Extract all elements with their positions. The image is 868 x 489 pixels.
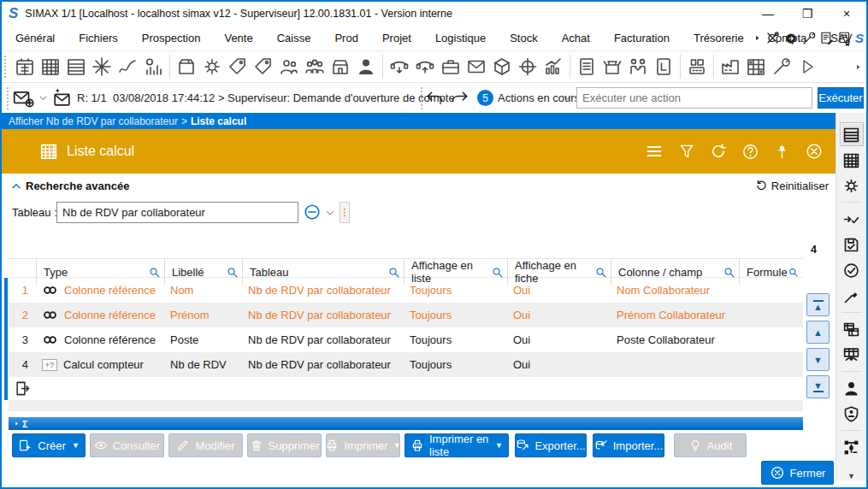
license-icon[interactable] [837, 31, 853, 46]
table-row[interactable]: 3 Colonne référence Poste Nb de RDV par … [9, 327, 803, 352]
collapse-icon[interactable] [10, 180, 22, 192]
product-box-icon[interactable] [174, 54, 199, 80]
menu-general[interactable]: Général [3, 26, 67, 50]
import-button[interactable]: Importer... [593, 433, 664, 457]
menu-prospection[interactable]: Prospection [130, 26, 213, 50]
menu-tresorerie[interactable]: Trésorerie [682, 26, 756, 50]
create-button[interactable]: Créer▼ [12, 433, 86, 457]
statistics-icon[interactable] [540, 54, 566, 80]
maximize-button[interactable]: ❒ [788, 3, 827, 25]
breadcrumb-trail[interactable]: Afficher Nb de RDV par collaborateur [9, 115, 178, 127]
menu-fichiers[interactable]: Fichiers [67, 26, 130, 50]
tools-icon[interactable] [769, 54, 794, 80]
table-view-icon[interactable] [840, 148, 864, 172]
save-record-icon[interactable] [840, 233, 864, 256]
table-row[interactable]: 1 Colonne référence Nom Nb de RDV par co… [9, 278, 803, 303]
form-edit-icon[interactable] [819, 31, 835, 46]
drag-handle-icon[interactable]: ⋮ [340, 202, 350, 223]
toolbar-overflow-icon[interactable] [853, 62, 863, 72]
print-list-dropdown-icon[interactable]: ▼ [495, 441, 503, 450]
menu-qualite[interactable]: Qualité [864, 26, 868, 50]
calendar-icon[interactable] [12, 54, 38, 80]
menu-achat[interactable]: Achat [550, 26, 602, 50]
stats-icon[interactable] [140, 54, 166, 80]
consult-button[interactable]: Consulter [90, 433, 164, 457]
call-out-icon[interactable] [387, 54, 412, 80]
matrix-icon[interactable] [743, 54, 769, 80]
customize-icon[interactable] [840, 284, 864, 308]
menu-facturation[interactable]: Facturation [602, 26, 682, 50]
execute-action-input[interactable] [576, 87, 812, 109]
previous-record-button[interactable]: ▲ [806, 321, 830, 344]
search-icon[interactable] [491, 266, 504, 279]
filter-icon[interactable] [678, 143, 695, 160]
new-message-icon[interactable] [12, 83, 34, 113]
message-dropdown-icon[interactable] [38, 83, 48, 113]
crossed-tools-icon[interactable] [765, 30, 781, 46]
planning-icon[interactable] [38, 54, 63, 80]
call-in-icon[interactable] [412, 54, 438, 80]
search-icon[interactable] [226, 266, 239, 279]
briefcase-icon[interactable] [438, 54, 464, 80]
last-record-button[interactable]: ▼ [806, 375, 830, 398]
sum-bar[interactable]: Σ [9, 417, 803, 430]
tableau-input[interactable] [56, 202, 298, 223]
table-row[interactable]: 2 Colonne référence Prénom Nb de RDV par… [9, 303, 803, 327]
pin-icon[interactable] [774, 144, 790, 160]
cash-register-icon[interactable] [684, 54, 710, 80]
refresh-icon[interactable] [710, 143, 727, 160]
advanced-search-label[interactable]: Recherche avancée [26, 180, 129, 192]
sidebar-settings-icon[interactable] [840, 174, 864, 197]
help-icon[interactable] [741, 143, 759, 161]
redo-icon[interactable] [450, 83, 469, 113]
open-box-icon[interactable] [599, 54, 625, 80]
sidebar-user-icon[interactable] [840, 376, 864, 400]
table-visibility-icon[interactable] [840, 343, 864, 367]
menu-caisse[interactable]: Caisse [265, 26, 323, 50]
print-list-button[interactable]: Imprimer en liste▼ [404, 433, 509, 457]
tableau-dropdown-icon[interactable] [325, 208, 335, 218]
table-row[interactable]: 4 +?Calcul compteur Nb de RDV Nb de RDV … [9, 352, 803, 377]
power-icon[interactable] [783, 31, 799, 46]
undo-icon[interactable] [425, 83, 445, 113]
close-button[interactable]: × [827, 3, 866, 25]
package-icon[interactable] [489, 54, 515, 80]
menu-logistique[interactable]: Logistique [423, 26, 498, 50]
pending-actions-dropdown-icon[interactable] [563, 83, 572, 113]
menu-prod[interactable]: Prod [322, 26, 369, 50]
impact-icon[interactable] [89, 54, 115, 80]
execute-button[interactable]: Exécuter [818, 87, 864, 109]
reset-button[interactable]: Reinitialiser [755, 180, 829, 192]
target-icon[interactable] [515, 54, 540, 80]
panel-menu-icon[interactable] [645, 142, 664, 161]
trend-chart-icon[interactable] [115, 54, 140, 80]
run-icon[interactable] [794, 54, 820, 80]
settings-icon[interactable] [199, 54, 225, 80]
search-icon[interactable] [594, 266, 607, 279]
approve-icon[interactable] [840, 258, 864, 282]
form-view-icon[interactable] [840, 122, 864, 146]
audit-button[interactable]: Audit [674, 433, 747, 457]
close-list-button[interactable]: Fermer [761, 461, 834, 485]
search-icon[interactable] [387, 266, 400, 279]
minimize-button[interactable]: — [748, 3, 788, 25]
delete-button[interactable]: Supprimer [247, 433, 322, 457]
menu-projet[interactable]: Projet [370, 26, 423, 50]
search-icon[interactable] [148, 266, 161, 279]
store-icon[interactable] [328, 54, 353, 80]
partners-icon[interactable] [625, 54, 651, 80]
group-icon[interactable] [302, 54, 328, 80]
search-icon[interactable] [788, 266, 799, 279]
modify-button[interactable]: Modifier [168, 433, 243, 457]
menu-vente[interactable]: Vente [212, 26, 264, 50]
mail-icon[interactable] [464, 54, 489, 80]
print-button[interactable]: Imprimer▼ [326, 433, 400, 457]
document-icon[interactable] [574, 54, 599, 80]
add-row[interactable] [9, 376, 803, 400]
workflow-icon[interactable] [840, 435, 864, 459]
sidebar-scroll-down-icon[interactable]: ▼ [847, 472, 855, 480]
menu-overflow-icon[interactable] [753, 33, 762, 43]
tag-icon[interactable] [251, 54, 276, 80]
price-tag-icon[interactable] [225, 54, 251, 80]
next-record-button[interactable]: ▼ [806, 348, 830, 371]
